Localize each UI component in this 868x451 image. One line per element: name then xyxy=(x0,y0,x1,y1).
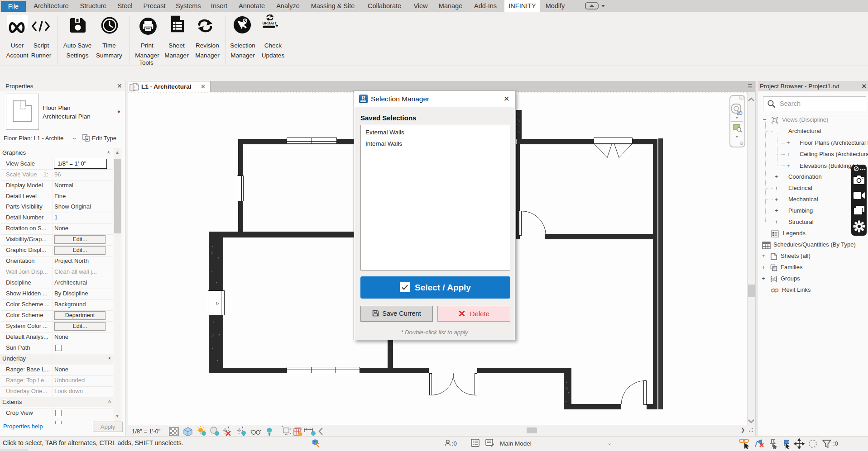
svg-text:UPDATE: UPDATE xyxy=(262,21,278,25)
